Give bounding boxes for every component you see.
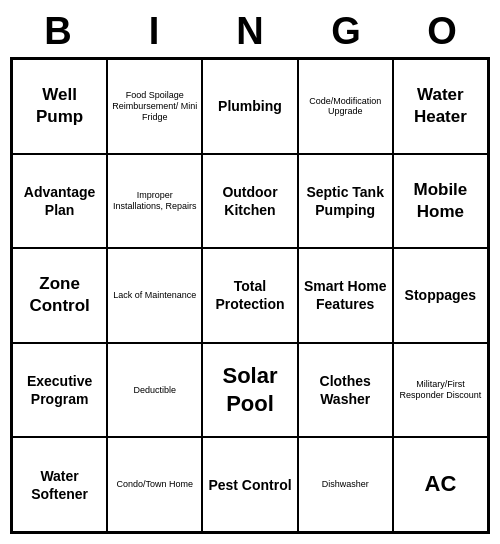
cell-text-19: Military/First Responder Discount [398, 379, 483, 401]
bingo-cell-3: Code/Modification Upgrade [298, 59, 393, 154]
letter-b: B [10, 10, 106, 53]
bingo-cell-21: Condo/Town Home [107, 437, 202, 532]
bingo-cell-11: Lack of Maintenance [107, 248, 202, 343]
cell-text-13: Smart Home Features [303, 277, 388, 313]
letter-o: O [394, 10, 490, 53]
cell-text-4: Water Heater [398, 84, 483, 128]
cell-text-11: Lack of Maintenance [113, 290, 196, 301]
cell-text-21: Condo/Town Home [117, 479, 194, 490]
letter-i: I [106, 10, 202, 53]
cell-text-15: Executive Program [17, 372, 102, 408]
cell-text-5: Advantage Plan [17, 183, 102, 219]
cell-text-23: Dishwasher [322, 479, 369, 490]
bingo-cell-9: Mobile Home [393, 154, 488, 249]
bingo-cell-5: Advantage Plan [12, 154, 107, 249]
bingo-cell-13: Smart Home Features [298, 248, 393, 343]
cell-text-14: Stoppages [405, 286, 477, 304]
bingo-cell-6: Improper Installations, Repairs [107, 154, 202, 249]
bingo-cell-19: Military/First Responder Discount [393, 343, 488, 438]
bingo-cell-0: Well Pump [12, 59, 107, 154]
bingo-cell-14: Stoppages [393, 248, 488, 343]
bingo-cell-10: Zone Control [12, 248, 107, 343]
cell-text-18: Clothes Washer [303, 372, 388, 408]
cell-text-1: Food Spoilage Reimbursement/ Mini Fridge [112, 90, 197, 122]
bingo-cell-12: Total Protection [202, 248, 297, 343]
cell-text-16: Deductible [134, 385, 177, 396]
cell-text-8: Septic Tank Pumping [303, 183, 388, 219]
bingo-cell-18: Clothes Washer [298, 343, 393, 438]
cell-text-20: Water Softener [17, 467, 102, 503]
cell-text-24: AC [425, 470, 457, 499]
bingo-grid: Well PumpFood Spoilage Reimbursement/ Mi… [10, 57, 490, 534]
cell-text-10: Zone Control [17, 273, 102, 317]
bingo-cell-23: Dishwasher [298, 437, 393, 532]
cell-text-7: Outdoor Kitchen [207, 183, 292, 219]
letter-g: G [298, 10, 394, 53]
bingo-cell-4: Water Heater [393, 59, 488, 154]
bingo-cell-1: Food Spoilage Reimbursement/ Mini Fridge [107, 59, 202, 154]
cell-text-17: Solar Pool [207, 362, 292, 419]
cell-text-22: Pest Control [208, 476, 291, 494]
cell-text-9: Mobile Home [398, 179, 483, 223]
bingo-cell-7: Outdoor Kitchen [202, 154, 297, 249]
bingo-cell-24: AC [393, 437, 488, 532]
cell-text-6: Improper Installations, Repairs [112, 190, 197, 212]
cell-text-2: Plumbing [218, 97, 282, 115]
bingo-cell-22: Pest Control [202, 437, 297, 532]
bingo-title: B I N G O [10, 10, 490, 53]
bingo-cell-20: Water Softener [12, 437, 107, 532]
bingo-cell-16: Deductible [107, 343, 202, 438]
cell-text-12: Total Protection [207, 277, 292, 313]
bingo-cell-17: Solar Pool [202, 343, 297, 438]
cell-text-0: Well Pump [17, 84, 102, 128]
bingo-cell-8: Septic Tank Pumping [298, 154, 393, 249]
letter-n: N [202, 10, 298, 53]
cell-text-3: Code/Modification Upgrade [303, 96, 388, 118]
bingo-cell-2: Plumbing [202, 59, 297, 154]
bingo-cell-15: Executive Program [12, 343, 107, 438]
